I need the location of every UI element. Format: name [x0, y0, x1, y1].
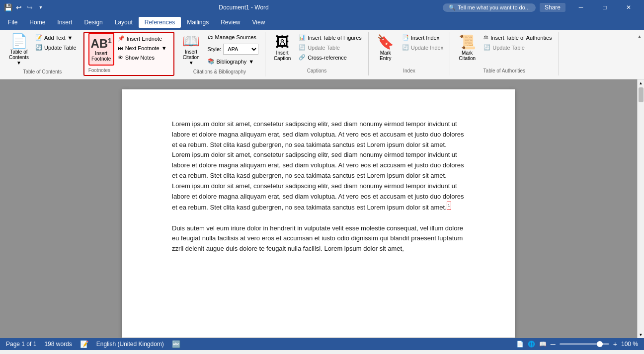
update-table-cap-icon: 🔄 — [299, 44, 306, 51]
insert-footnote-label: InsertFootnote — [91, 51, 111, 62]
cross-reference-button[interactable]: 🔗 Cross-reference — [296, 53, 364, 62]
zoom-percent: 100 % — [621, 341, 638, 348]
footnotes-group-label: Footnotes — [88, 67, 169, 75]
insert-citation-label: InsertCitation ▼ — [180, 49, 203, 66]
document-page: Lorem ipsum dolor sit amet, consetetur s… — [122, 89, 515, 338]
view-read-icon[interactable]: 📖 — [539, 341, 547, 348]
view-print-icon[interactable]: 📄 — [516, 341, 524, 348]
save-icon[interactable]: 💾 — [4, 3, 12, 11]
toc-button[interactable]: 📄 Table ofContents ▼ — [6, 32, 32, 68]
insert-tof-icon: 📊 — [299, 34, 306, 41]
view-web-icon[interactable]: 🌐 — [528, 341, 535, 348]
scroll-down-arrow[interactable]: ▼ — [638, 331, 644, 338]
update-table-captions-button[interactable]: 🔄 Update Table — [296, 43, 364, 52]
insert-citation-button[interactable]: 📖 InsertCitation ▼ — [178, 32, 204, 68]
manage-sources-icon: 🗂 — [208, 34, 213, 40]
footnote-ref-1: 1 — [447, 202, 451, 210]
insert-citation-icon: 📖 — [182, 34, 200, 48]
menu-insert[interactable]: Insert — [51, 17, 78, 28]
menu-mailings[interactable]: Mailings — [181, 17, 215, 28]
show-notes-icon: 👁 — [118, 55, 123, 61]
show-notes-button[interactable]: 👁 Show Notes — [115, 53, 169, 62]
update-table-toc-button[interactable]: 🔄 Update Table — [33, 43, 79, 52]
minimize-button[interactable]: ─ — [569, 0, 592, 15]
redo-icon[interactable]: ↪ — [26, 3, 34, 11]
menu-design[interactable]: Design — [78, 17, 108, 28]
style-selector: Style: APA MLA Chicago — [205, 42, 261, 56]
menu-references[interactable]: References — [139, 17, 181, 28]
maximize-button[interactable]: □ — [593, 0, 616, 15]
insert-caption-button[interactable]: 🖼 InsertCaption — [269, 32, 295, 65]
share-button[interactable]: Share — [540, 3, 565, 12]
insert-index-button[interactable]: 📑 Insert Index — [400, 33, 446, 42]
citations-group-label: Citations & Bibliography — [178, 68, 261, 76]
menu-file[interactable]: File — [2, 17, 23, 28]
zoom-plus[interactable]: + — [613, 340, 617, 348]
style-label: Style: — [208, 46, 222, 52]
vertical-scrollbar: ▲ ▼ — [637, 79, 644, 338]
captions-group-label: Captions — [269, 67, 364, 75]
undo-icon[interactable]: ↩ — [15, 3, 23, 11]
language: English (United Kingdom) — [96, 341, 164, 348]
scroll-up-arrow[interactable]: ▲ — [638, 79, 644, 86]
mark-entry-button[interactable]: 🔖 MarkEntry — [373, 32, 399, 65]
ribbon-scroll-up[interactable]: ▲ — [637, 34, 642, 39]
title-bar: 💾 ↩ ↪ ▼ Document1 - Word 🔍 Tell me what … — [0, 0, 644, 15]
next-footnote-button[interactable]: ⏭ Next Footnote ▼ — [115, 44, 169, 53]
toc-small-buttons: 📝 Add Text ▼ 🔄 Update Table — [33, 32, 79, 52]
scroll-thumb[interactable] — [639, 87, 644, 102]
update-table-authorities-button[interactable]: 🔄 Update Table — [481, 43, 554, 52]
search-box[interactable]: 🔍 Tell me what you want to do... — [443, 3, 536, 12]
update-index-button[interactable]: 🔄 Update Index — [400, 43, 446, 52]
mark-citation-button[interactable]: 📜 MarkCitation — [454, 32, 480, 65]
menu-view[interactable]: View — [246, 17, 271, 28]
insert-endnote-button[interactable]: 📌 Insert Endnote — [115, 34, 169, 43]
close-button[interactable]: ✕ — [617, 0, 640, 15]
manage-sources-button[interactable]: 🗂 Manage Sources — [205, 33, 261, 42]
captions-small-buttons: 📊 Insert Table of Figures 🔄 Update Table… — [296, 32, 364, 62]
insert-index-icon: 📑 — [402, 34, 409, 41]
document-type-icon: 📝 — [80, 340, 88, 348]
insert-endnote-icon: 📌 — [118, 35, 125, 42]
window-title: Document1 - Word — [45, 4, 443, 11]
insert-footnote-button[interactable]: AB1 InsertFootnote — [88, 33, 114, 66]
toc-label: Table ofContents ▼ — [7, 49, 30, 66]
menu-home[interactable]: Home — [23, 17, 51, 28]
ribbon-group-authorities: 📜 MarkCitation ⚖ Insert Table of Authori… — [450, 32, 559, 75]
zoom-slider[interactable] — [560, 343, 609, 345]
insert-table-of-figures-button[interactable]: 📊 Insert Table of Figures — [296, 33, 364, 42]
mark-citation-icon: 📜 — [459, 35, 476, 49]
language-icon: 🔤 — [172, 340, 180, 348]
add-text-button[interactable]: 📝 Add Text ▼ — [33, 33, 79, 42]
menu-review[interactable]: Review — [215, 17, 246, 28]
citations-small-buttons: 🗂 Manage Sources Style: APA MLA Chicago … — [205, 32, 261, 66]
word-count: 198 words — [44, 341, 72, 348]
style-dropdown[interactable]: APA MLA Chicago — [223, 44, 258, 55]
insert-toa-icon: ⚖ — [483, 34, 488, 41]
authorities-group-label: Table of Authorities — [454, 67, 554, 75]
update-toa-icon: 🔄 — [483, 44, 490, 51]
ribbon-scroll: ▲ — [637, 32, 642, 39]
document-area: Lorem ipsum dolor sit amet, consetetur s… — [0, 79, 637, 338]
index-group-label: Index — [373, 67, 446, 75]
menu-bar: File Home Insert Design Layout Reference… — [0, 15, 644, 30]
update-table-toc-icon: 🔄 — [35, 44, 42, 51]
insert-table-of-authorities-button[interactable]: ⚖ Insert Table of Authorities — [481, 33, 554, 42]
bibliography-button[interactable]: 📚 Bibliography ▼ — [205, 57, 261, 66]
status-bar: Page 1 of 1 198 words 📝 English (United … — [0, 338, 644, 350]
window-controls: ─ □ ✕ — [569, 0, 640, 15]
update-index-icon: 🔄 — [402, 44, 409, 51]
add-text-icon: 📝 — [35, 34, 42, 41]
ribbon-group-index: 🔖 MarkEntry 📑 Insert Index 🔄 Update Inde… — [369, 32, 450, 75]
zoom-minus[interactable]: ─ — [551, 340, 556, 348]
quick-access-toolbar: 💾 ↩ ↪ ▼ — [4, 3, 45, 11]
toc-icon: 📄 — [10, 34, 28, 48]
ribbon-group-captions: 🖼 InsertCaption 📊 Insert Table of Figure… — [265, 32, 369, 75]
customize-qat-icon[interactable]: ▼ — [37, 3, 45, 11]
cross-ref-icon: 🔗 — [299, 54, 306, 61]
next-footnote-icon: ⏭ — [118, 45, 123, 51]
zoom-thumb — [597, 341, 603, 347]
mark-entry-label: MarkEntry — [380, 50, 391, 61]
menu-layout[interactable]: Layout — [109, 17, 139, 28]
search-icon: 🔍 — [449, 4, 456, 11]
